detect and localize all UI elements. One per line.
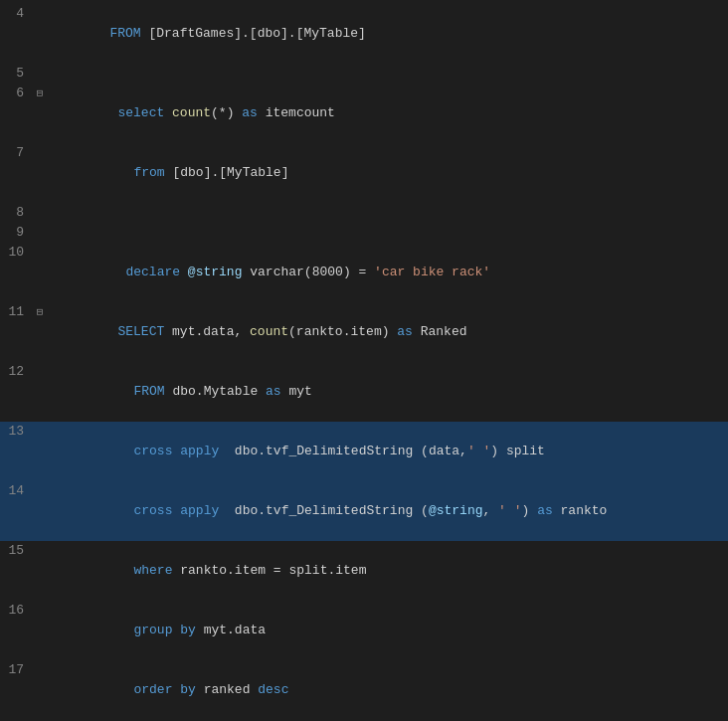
line-num-9: 9 bbox=[0, 223, 32, 243]
line-num-11: 11 bbox=[0, 302, 32, 322]
line-num-10: 10 bbox=[0, 243, 32, 263]
code-content-13[interactable]: cross apply dbo.tvf_DelimitedString (dat… bbox=[48, 422, 728, 481]
code-content-11[interactable]: SELECT myt.data, count(rankto.item) as R… bbox=[48, 302, 728, 362]
code-line-16: 16 group by myt.data bbox=[0, 601, 728, 660]
line-num-5: 5 bbox=[0, 64, 32, 84]
code-content-7[interactable]: from [dbo].[MyTable] bbox=[48, 143, 728, 203]
line-num-4: 4 bbox=[0, 4, 32, 24]
code-line-15: 15 where rankto.item = split.item bbox=[0, 541, 728, 601]
code-content-16[interactable]: group by myt.data bbox=[48, 601, 728, 660]
code-line-14: 14 cross apply dbo.tvf_DelimitedString (… bbox=[0, 481, 728, 541]
code-content-5[interactable] bbox=[48, 64, 728, 84]
code-content-8[interactable] bbox=[48, 203, 728, 223]
code-content-4[interactable]: FROM [DraftGames].[dbo].[MyTable] bbox=[48, 4, 728, 64]
line-num-6: 6 bbox=[0, 84, 32, 103]
code-line-4: 4 FROM [DraftGames].[dbo].[MyTable] bbox=[0, 4, 728, 64]
code-content-9[interactable] bbox=[48, 223, 728, 243]
code-content-12[interactable]: FROM dbo.Mytable as myt bbox=[48, 362, 728, 422]
code-content-15[interactable]: where rankto.item = split.item bbox=[48, 541, 728, 601]
code-content-14[interactable]: cross apply dbo.tvf_DelimitedString (@st… bbox=[48, 481, 728, 541]
code-content-6[interactable]: select count(*) as itemcount bbox=[48, 84, 728, 143]
code-content-17[interactable]: order by ranked desc bbox=[48, 660, 728, 720]
code-line-7: 7 from [dbo].[MyTable] bbox=[0, 143, 728, 203]
line-num-16: 16 bbox=[0, 601, 32, 621]
code-content-10[interactable]: declare @string varchar(8000) = 'car bik… bbox=[48, 243, 728, 302]
code-editor: 4 FROM [DraftGames].[dbo].[MyTable] 5 6 … bbox=[0, 0, 728, 721]
code-line-12: 12 FROM dbo.Mytable as myt bbox=[0, 362, 728, 422]
code-line-9: 9 bbox=[0, 223, 728, 243]
line-num-15: 15 bbox=[0, 541, 32, 561]
line-num-7: 7 bbox=[0, 143, 32, 163]
line-num-14: 14 bbox=[0, 481, 32, 501]
code-line-6: 6 ⊟ select count(*) as itemcount bbox=[0, 84, 728, 143]
code-line-17: 17 order by ranked desc bbox=[0, 660, 728, 720]
code-line-13: 13 cross apply dbo.tvf_DelimitedString (… bbox=[0, 422, 728, 481]
line-num-12: 12 bbox=[0, 362, 32, 382]
app-container: 4 FROM [DraftGames].[dbo].[MyTable] 5 6 … bbox=[0, 0, 728, 721]
code-line-11: 11 ⊟ SELECT myt.data, count(rankto.item)… bbox=[0, 302, 728, 362]
code-line-10: 10 declare @string varchar(8000) = 'car … bbox=[0, 243, 728, 302]
code-line-8: 8 bbox=[0, 203, 728, 223]
line-num-13: 13 bbox=[0, 422, 32, 442]
line-num-17: 17 bbox=[0, 660, 32, 680]
line-num-8: 8 bbox=[0, 203, 32, 223]
code-line-5: 5 bbox=[0, 64, 728, 84]
